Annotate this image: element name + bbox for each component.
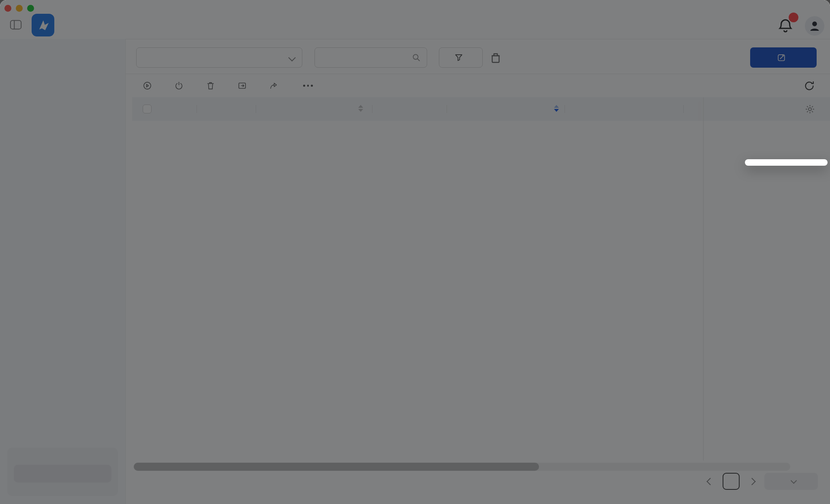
dim-overlay [0,0,830,504]
app-window [0,0,830,504]
row-context-menu [745,159,828,166]
